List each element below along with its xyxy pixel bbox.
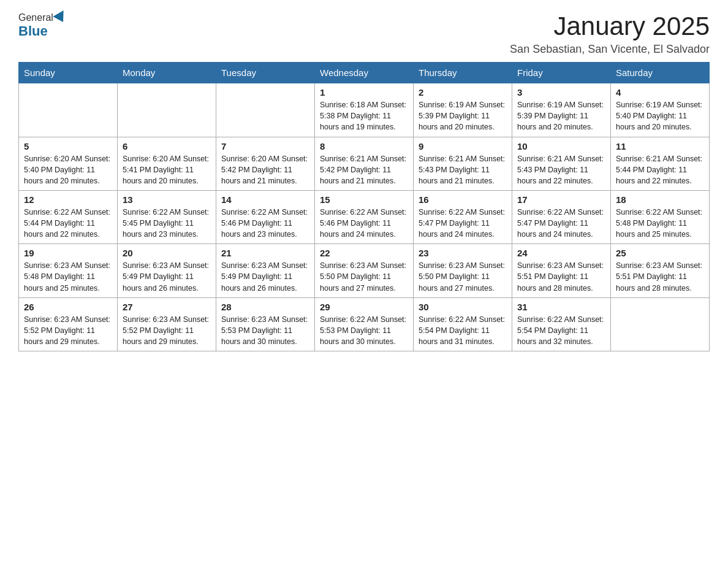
day-number: 10 (517, 141, 605, 151)
day-number: 28 (221, 302, 309, 312)
calendar-cell: 17Sunrise: 6:22 AM Sunset: 5:47 PM Dayli… (512, 190, 611, 243)
day-info: Sunrise: 6:23 AM Sunset: 5:51 PM Dayligh… (517, 260, 605, 293)
day-number: 5 (24, 141, 112, 151)
day-number: 30 (419, 302, 507, 312)
calendar-week-row: 19Sunrise: 6:23 AM Sunset: 5:48 PM Dayli… (19, 244, 710, 297)
calendar-cell: 16Sunrise: 6:22 AM Sunset: 5:47 PM Dayli… (414, 190, 512, 243)
calendar-cell: 19Sunrise: 6:23 AM Sunset: 5:48 PM Dayli… (19, 244, 118, 297)
calendar-cell: 22Sunrise: 6:23 AM Sunset: 5:50 PM Dayli… (315, 244, 414, 297)
calendar-cell: 13Sunrise: 6:22 AM Sunset: 5:45 PM Dayli… (118, 190, 216, 243)
day-number: 8 (320, 141, 408, 151)
calendar-cell: 14Sunrise: 6:22 AM Sunset: 5:46 PM Dayli… (216, 190, 315, 243)
day-number: 17 (517, 194, 605, 205)
day-number: 4 (616, 87, 704, 98)
calendar-cell: 11Sunrise: 6:21 AM Sunset: 5:44 PM Dayli… (611, 137, 710, 190)
day-number: 14 (221, 194, 309, 205)
calendar-cell (611, 297, 710, 351)
day-info: Sunrise: 6:21 AM Sunset: 5:42 PM Dayligh… (320, 153, 408, 186)
column-header-wednesday: Wednesday (315, 63, 414, 83)
day-info: Sunrise: 6:23 AM Sunset: 5:51 PM Dayligh… (616, 260, 704, 293)
day-number: 1 (320, 87, 408, 98)
day-info: Sunrise: 6:22 AM Sunset: 5:47 PM Dayligh… (517, 207, 605, 240)
column-header-tuesday: Tuesday (216, 63, 315, 83)
day-number: 12 (24, 194, 112, 205)
day-info: Sunrise: 6:23 AM Sunset: 5:49 PM Dayligh… (123, 260, 211, 293)
day-info: Sunrise: 6:23 AM Sunset: 5:50 PM Dayligh… (419, 260, 507, 293)
day-info: Sunrise: 6:20 AM Sunset: 5:42 PM Dayligh… (221, 153, 309, 186)
day-info: Sunrise: 6:20 AM Sunset: 5:40 PM Dayligh… (24, 153, 112, 186)
calendar-cell: 21Sunrise: 6:23 AM Sunset: 5:49 PM Dayli… (216, 244, 315, 297)
day-number: 7 (221, 141, 309, 151)
day-info: Sunrise: 6:22 AM Sunset: 5:46 PM Dayligh… (320, 207, 408, 240)
calendar-week-row: 12Sunrise: 6:22 AM Sunset: 5:44 PM Dayli… (19, 190, 710, 243)
day-info: Sunrise: 6:20 AM Sunset: 5:41 PM Dayligh… (123, 153, 211, 186)
calendar-cell: 2Sunrise: 6:19 AM Sunset: 5:39 PM Daylig… (414, 83, 512, 137)
day-info: Sunrise: 6:23 AM Sunset: 5:52 PM Dayligh… (24, 314, 112, 347)
day-info: Sunrise: 6:23 AM Sunset: 5:53 PM Dayligh… (221, 314, 309, 347)
calendar-table: SundayMondayTuesdayWednesdayThursdayFrid… (18, 62, 710, 351)
calendar-cell: 20Sunrise: 6:23 AM Sunset: 5:49 PM Dayli… (118, 244, 216, 297)
day-number: 27 (123, 302, 211, 312)
calendar-cell: 18Sunrise: 6:22 AM Sunset: 5:48 PM Dayli… (611, 190, 710, 243)
title-area: January 2025 San Sebastian, San Vicente,… (510, 12, 710, 56)
day-number: 31 (517, 302, 605, 312)
column-header-friday: Friday (512, 63, 611, 83)
day-info: Sunrise: 6:23 AM Sunset: 5:50 PM Dayligh… (320, 260, 408, 293)
day-number: 24 (517, 248, 605, 258)
calendar-cell: 6Sunrise: 6:20 AM Sunset: 5:41 PM Daylig… (118, 137, 216, 190)
day-info: Sunrise: 6:18 AM Sunset: 5:38 PM Dayligh… (320, 99, 408, 132)
day-info: Sunrise: 6:22 AM Sunset: 5:46 PM Dayligh… (221, 207, 309, 240)
day-number: 16 (419, 194, 507, 205)
day-info: Sunrise: 6:22 AM Sunset: 5:48 PM Dayligh… (616, 207, 704, 240)
calendar-cell: 9Sunrise: 6:21 AM Sunset: 5:43 PM Daylig… (414, 137, 512, 190)
calendar-week-row: 5Sunrise: 6:20 AM Sunset: 5:40 PM Daylig… (19, 137, 710, 190)
page-header: General Blue January 2025 San Sebastian,… (18, 12, 710, 56)
location-title: San Sebastian, San Vicente, El Salvador (510, 43, 710, 56)
day-info: Sunrise: 6:19 AM Sunset: 5:40 PM Dayligh… (616, 99, 704, 132)
day-info: Sunrise: 6:22 AM Sunset: 5:44 PM Dayligh… (24, 207, 112, 240)
day-info: Sunrise: 6:22 AM Sunset: 5:47 PM Dayligh… (419, 207, 507, 240)
calendar-cell: 3Sunrise: 6:19 AM Sunset: 5:39 PM Daylig… (512, 83, 611, 137)
logo-general-text: General (18, 12, 53, 23)
logo: General Blue (18, 12, 68, 39)
day-number: 21 (221, 248, 309, 258)
day-info: Sunrise: 6:22 AM Sunset: 5:54 PM Dayligh… (419, 314, 507, 347)
calendar-cell: 29Sunrise: 6:22 AM Sunset: 5:53 PM Dayli… (315, 297, 414, 351)
day-number: 2 (419, 87, 507, 98)
calendar-week-row: 1Sunrise: 6:18 AM Sunset: 5:38 PM Daylig… (19, 83, 710, 137)
day-number: 23 (419, 248, 507, 258)
day-number: 9 (419, 141, 507, 151)
calendar-cell: 4Sunrise: 6:19 AM Sunset: 5:40 PM Daylig… (611, 83, 710, 137)
calendar-cell: 26Sunrise: 6:23 AM Sunset: 5:52 PM Dayli… (19, 297, 118, 351)
day-info: Sunrise: 6:23 AM Sunset: 5:49 PM Dayligh… (221, 260, 309, 293)
column-header-monday: Monday (118, 63, 216, 83)
calendar-header-row: SundayMondayTuesdayWednesdayThursdayFrid… (19, 63, 710, 83)
calendar-cell: 15Sunrise: 6:22 AM Sunset: 5:46 PM Dayli… (315, 190, 414, 243)
calendar-cell: 24Sunrise: 6:23 AM Sunset: 5:51 PM Dayli… (512, 244, 611, 297)
day-number: 26 (24, 302, 112, 312)
calendar-cell: 25Sunrise: 6:23 AM Sunset: 5:51 PM Dayli… (611, 244, 710, 297)
column-header-saturday: Saturday (611, 63, 710, 83)
logo-arrow-icon (53, 10, 68, 25)
day-number: 20 (123, 248, 211, 258)
calendar-cell (19, 83, 118, 137)
calendar-cell: 10Sunrise: 6:21 AM Sunset: 5:43 PM Dayli… (512, 137, 611, 190)
day-info: Sunrise: 6:23 AM Sunset: 5:48 PM Dayligh… (24, 260, 112, 293)
day-number: 25 (616, 248, 704, 258)
day-info: Sunrise: 6:23 AM Sunset: 5:52 PM Dayligh… (123, 314, 211, 347)
day-number: 11 (616, 141, 704, 151)
day-number: 3 (517, 87, 605, 98)
day-info: Sunrise: 6:22 AM Sunset: 5:45 PM Dayligh… (123, 207, 211, 240)
day-number: 18 (616, 194, 704, 205)
calendar-cell: 5Sunrise: 6:20 AM Sunset: 5:40 PM Daylig… (19, 137, 118, 190)
day-info: Sunrise: 6:22 AM Sunset: 5:53 PM Dayligh… (320, 314, 408, 347)
calendar-cell: 8Sunrise: 6:21 AM Sunset: 5:42 PM Daylig… (315, 137, 414, 190)
calendar-cell: 23Sunrise: 6:23 AM Sunset: 5:50 PM Dayli… (414, 244, 512, 297)
month-title: January 2025 (510, 12, 710, 40)
day-info: Sunrise: 6:19 AM Sunset: 5:39 PM Dayligh… (419, 99, 507, 132)
calendar-cell: 1Sunrise: 6:18 AM Sunset: 5:38 PM Daylig… (315, 83, 414, 137)
calendar-cell (216, 83, 315, 137)
calendar-cell (118, 83, 216, 137)
day-number: 13 (123, 194, 211, 205)
column-header-thursday: Thursday (414, 63, 512, 83)
